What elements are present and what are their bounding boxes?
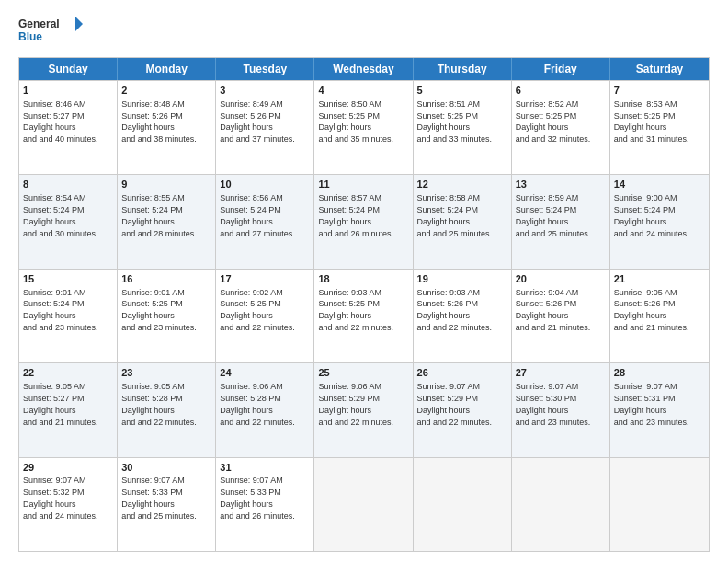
sunset-info: Sunset: 5:33 PM <box>121 488 183 497</box>
calendar-day-22: 22 Sunrise: 9:05 AM Sunset: 5:27 PM Dayl… <box>19 363 118 456</box>
sunset-info: Sunset: 5:24 PM <box>614 205 676 214</box>
day-number: 30 <box>121 461 211 475</box>
sunset-info: Sunset: 5:24 PM <box>23 299 85 308</box>
sunset-info: Sunset: 5:26 PM <box>516 299 577 308</box>
daylight-value: and and 37 minutes. <box>220 134 295 144</box>
daylight-label: Daylight hours <box>318 217 371 226</box>
day-number: 11 <box>318 178 408 191</box>
logo-svg: General Blue <box>18 15 83 48</box>
calendar-day-29: 29 Sunrise: 9:07 AM Sunset: 5:32 PM Dayl… <box>19 458 118 551</box>
calendar-day-12: 12 Sunrise: 8:58 AM Sunset: 5:24 PM Dayl… <box>414 175 512 268</box>
day-number: 14 <box>614 178 705 191</box>
day-number: 17 <box>220 272 310 286</box>
daylight-value: and and 26 minutes. <box>318 229 393 238</box>
sunrise-info: Sunrise: 9:07 AM <box>23 476 86 485</box>
header-day-thursday: Thursday <box>414 58 512 80</box>
daylight-label: Daylight hours <box>220 122 273 132</box>
sunrise-info: Sunrise: 8:51 AM <box>417 99 481 109</box>
daylight-label: Daylight hours <box>318 122 371 132</box>
calendar-day-18: 18 Sunrise: 9:03 AM Sunset: 5:25 PM Dayl… <box>314 270 413 362</box>
day-number: 10 <box>220 178 310 191</box>
calendar-day-10: 10 Sunrise: 8:56 AM Sunset: 5:24 PM Dayl… <box>216 175 314 268</box>
calendar-day-5: 5 Sunrise: 8:51 AM Sunset: 5:25 PM Dayli… <box>414 81 512 174</box>
daylight-label: Daylight hours <box>23 311 76 320</box>
day-number: 23 <box>121 366 211 380</box>
calendar-day-19: 19 Sunrise: 9:03 AM Sunset: 5:26 PM Dayl… <box>414 270 512 362</box>
daylight-value: and and 40 minutes. <box>23 134 98 144</box>
daylight-value: and and 35 minutes. <box>318 134 393 144</box>
sunrise-info: Sunrise: 8:53 AM <box>614 99 677 109</box>
daylight-label: Daylight hours <box>614 217 667 226</box>
calendar-day-8: 8 Sunrise: 8:54 AM Sunset: 5:24 PM Dayli… <box>19 175 118 268</box>
daylight-label: Daylight hours <box>614 122 667 132</box>
calendar-day-1: 1 Sunrise: 8:46 AM Sunset: 5:27 PM Dayli… <box>19 81 118 174</box>
header-day-tuesday: Tuesday <box>216 58 314 80</box>
calendar-day-14: 14 Sunrise: 9:00 AM Sunset: 5:24 PM Dayl… <box>610 175 709 268</box>
calendar-empty-cell <box>610 458 709 551</box>
day-number: 24 <box>220 366 310 380</box>
page: General Blue SundayMondayTuesdayWednesda… <box>0 0 728 563</box>
day-number: 2 <box>121 84 211 98</box>
sunrise-info: Sunrise: 9:07 AM <box>417 382 481 391</box>
sunset-info: Sunset: 5:24 PM <box>23 205 85 214</box>
sunset-info: Sunset: 5:24 PM <box>121 205 183 214</box>
day-number: 27 <box>516 366 606 380</box>
daylight-value: and and 28 minutes. <box>121 229 197 238</box>
sunset-info: Sunset: 5:32 PM <box>23 488 85 497</box>
daylight-value: and and 22 minutes. <box>121 418 197 427</box>
day-number: 4 <box>318 84 408 98</box>
sunrise-info: Sunrise: 8:59 AM <box>516 193 579 202</box>
daylight-value: and and 21 minutes. <box>516 323 591 332</box>
daylight-value: and and 23 minutes. <box>23 323 98 332</box>
calendar-week-1: 1 Sunrise: 8:46 AM Sunset: 5:27 PM Dayli… <box>19 80 709 174</box>
header-day-monday: Monday <box>118 58 216 80</box>
sunrise-info: Sunrise: 9:00 AM <box>614 193 677 202</box>
calendar: SundayMondayTuesdayWednesdayThursdayFrid… <box>18 57 710 552</box>
sunset-info: Sunset: 5:25 PM <box>121 299 183 308</box>
daylight-value: and and 23 minutes. <box>516 418 591 427</box>
daylight-label: Daylight hours <box>121 406 175 415</box>
calendar-day-6: 6 Sunrise: 8:52 AM Sunset: 5:25 PM Dayli… <box>512 81 610 174</box>
daylight-value: and and 32 minutes. <box>516 134 591 144</box>
calendar-day-30: 30 Sunrise: 9:07 AM Sunset: 5:33 PM Dayl… <box>118 458 216 551</box>
calendar-day-25: 25 Sunrise: 9:06 AM Sunset: 5:29 PM Dayl… <box>314 363 413 456</box>
svg-text:General: General <box>18 17 60 30</box>
sunset-info: Sunset: 5:25 PM <box>614 111 676 121</box>
sunset-info: Sunset: 5:24 PM <box>220 205 281 214</box>
sunrise-info: Sunrise: 9:02 AM <box>220 288 283 297</box>
day-number: 12 <box>417 178 507 191</box>
sunrise-info: Sunrise: 8:54 AM <box>23 193 86 202</box>
calendar-day-26: 26 Sunrise: 9:07 AM Sunset: 5:29 PM Dayl… <box>414 363 512 456</box>
daylight-value: and and 31 minutes. <box>614 134 689 144</box>
calendar-day-31: 31 Sunrise: 9:07 AM Sunset: 5:33 PM Dayl… <box>216 458 314 551</box>
sunrise-info: Sunrise: 8:52 AM <box>516 99 579 109</box>
sunset-info: Sunset: 5:28 PM <box>121 394 183 403</box>
calendar-day-24: 24 Sunrise: 9:06 AM Sunset: 5:28 PM Dayl… <box>216 363 314 456</box>
daylight-label: Daylight hours <box>220 311 273 320</box>
sunset-info: Sunset: 5:24 PM <box>417 205 479 214</box>
sunset-info: Sunset: 5:33 PM <box>220 488 281 497</box>
daylight-label: Daylight hours <box>121 217 175 226</box>
sunrise-info: Sunrise: 9:05 AM <box>121 382 185 391</box>
header-day-saturday: Saturday <box>610 58 709 80</box>
sunset-info: Sunset: 5:26 PM <box>614 299 676 308</box>
calendar-day-27: 27 Sunrise: 9:07 AM Sunset: 5:30 PM Dayl… <box>512 363 610 456</box>
daylight-label: Daylight hours <box>516 311 569 320</box>
daylight-value: and and 27 minutes. <box>220 229 295 238</box>
daylight-label: Daylight hours <box>220 406 273 415</box>
sunset-info: Sunset: 5:27 PM <box>23 111 85 121</box>
daylight-value: and and 22 minutes. <box>417 323 493 332</box>
sunset-info: Sunset: 5:26 PM <box>121 111 183 121</box>
day-number: 6 <box>516 84 606 98</box>
calendar-week-2: 8 Sunrise: 8:54 AM Sunset: 5:24 PM Dayli… <box>19 174 709 268</box>
daylight-label: Daylight hours <box>121 311 175 320</box>
sunset-info: Sunset: 5:29 PM <box>318 394 380 403</box>
sunset-info: Sunset: 5:26 PM <box>417 299 479 308</box>
daylight-label: Daylight hours <box>220 217 273 226</box>
sunrise-info: Sunrise: 9:07 AM <box>220 476 283 485</box>
daylight-value: and and 25 minutes. <box>121 511 197 521</box>
day-number: 31 <box>220 461 310 475</box>
sunset-info: Sunset: 5:30 PM <box>516 394 577 403</box>
sunrise-info: Sunrise: 9:03 AM <box>318 288 381 297</box>
calendar-day-28: 28 Sunrise: 9:07 AM Sunset: 5:31 PM Dayl… <box>610 363 709 456</box>
